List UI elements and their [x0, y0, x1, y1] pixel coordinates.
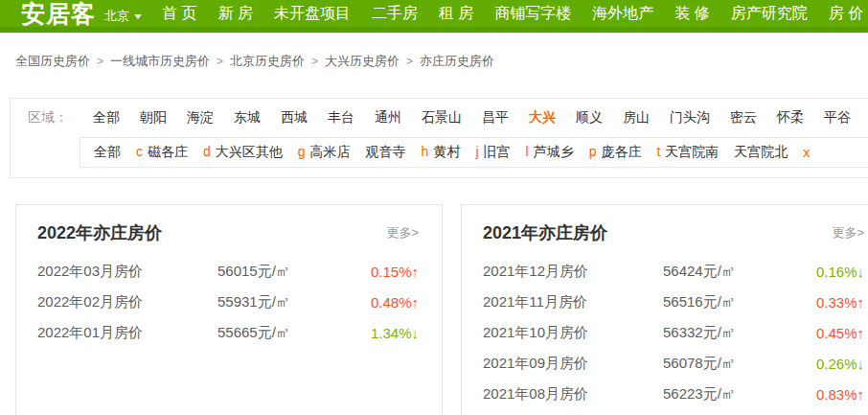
district-filter-item[interactable]: t天宫院南	[656, 144, 719, 161]
district-prefix-letter: j	[475, 144, 478, 159]
price-value: 55931元/㎡	[217, 293, 359, 311]
price-value: 56015元/㎡	[217, 263, 359, 281]
price-change-down: 0.26%↓	[805, 356, 864, 372]
card-title: 2022年亦庄房价	[37, 221, 162, 244]
region-filter-item[interactable]: 东城	[234, 109, 261, 127]
nav-item[interactable]: 商铺写字楼	[494, 4, 571, 24]
district-filter-item[interactable]: g高米店	[298, 144, 351, 161]
price-card-2022: 2022年亦庄房价 更多> 2022年03月房价56015元/㎡0.15%↑20…	[15, 204, 443, 415]
breadcrumb-item[interactable]: 全国历史房价	[15, 54, 90, 68]
price-month-label: 2021年11月房价	[483, 293, 663, 311]
nav-item[interactable]: 房 价	[829, 4, 863, 24]
breadcrumb: 全国历史房价>一线城市历史房价>北京历史房价>大兴历史房价>亦庄历史房价	[15, 53, 868, 70]
logo[interactable]: 安居客	[21, 0, 96, 30]
price-row: 2021年08月房价56223元/㎡0.83%↑	[483, 379, 864, 409]
breadcrumb-item[interactable]: 北京历史房价	[230, 54, 305, 68]
district-filter-item[interactable]: d大兴区其他	[203, 144, 283, 161]
city-label: 北京	[104, 8, 129, 25]
nav-item[interactable]: 房产研究院	[731, 4, 808, 24]
more-link[interactable]: 更多>	[832, 224, 864, 242]
city-selector[interactable]: 北京	[104, 8, 142, 25]
price-change-up: 0.15%↑	[359, 264, 419, 280]
region-filter-item[interactable]: 昌平	[482, 109, 509, 127]
district-list: 全部c磁各庄d大兴区其他g高米店观音寺h黄村j旧宫l芦城乡p庞各庄t天宫院南天宫…	[80, 137, 868, 168]
price-change-up: 0.48%↑	[359, 294, 419, 311]
price-row-list: 2022年03月房价56015元/㎡0.15%↑2022年02月房价55931元…	[37, 256, 419, 348]
price-row-list: 2021年12月房价56424元/㎡0.16%↓2021年11月房价56516元…	[483, 256, 864, 409]
region-filter-item[interactable]: 全部	[93, 109, 120, 127]
nav-item[interactable]: 海外地产	[592, 4, 653, 24]
district-filter-item[interactable]: c磁各庄	[136, 144, 188, 161]
breadcrumb-item[interactable]: 亦庄历史房价	[420, 54, 494, 68]
breadcrumb-separator: >	[97, 55, 103, 68]
price-month-label: 2022年02月房价	[37, 293, 217, 311]
region-filter-item[interactable]: 丰台	[328, 109, 354, 127]
price-row: 2022年03月房价56015元/㎡0.15%↑	[37, 256, 419, 287]
district-prefix-letter: g	[298, 144, 306, 159]
card-header: 2022年亦庄房价 更多>	[37, 221, 419, 244]
breadcrumb-item[interactable]: 大兴历史房价	[325, 54, 400, 68]
district-prefix-letter: t	[656, 144, 660, 159]
price-month-label: 2021年12月房价	[483, 263, 663, 281]
nav-item[interactable]: 装 修	[674, 4, 709, 24]
district-prefix-letter: p	[589, 144, 597, 159]
nav-item[interactable]: 首 页	[162, 4, 196, 24]
district-label: 天宫院北	[734, 144, 788, 159]
breadcrumb-item[interactable]: 一线城市历史房价	[110, 54, 210, 68]
region-filter-item[interactable]: 怀柔	[777, 109, 804, 127]
nav-links: 首 页新 房未开盘项目二手房租 房商铺写字楼海外地产装 修房产研究院房 价	[162, 4, 863, 24]
region-filter-active[interactable]: 大兴	[529, 109, 556, 127]
region-filter-item[interactable]: 顺义	[576, 109, 603, 127]
region-filter-item[interactable]: 石景山	[422, 109, 462, 127]
card-header: 2021年亦庄房价 更多>	[483, 221, 864, 244]
price-value: 56332元/㎡	[663, 324, 805, 342]
price-month-label: 2022年01月房价	[37, 324, 217, 342]
district-filter-item[interactable]: j旧宫	[475, 144, 510, 161]
price-card-2021: 2021年亦庄房价 更多> 2021年12月房价56424元/㎡0.16%↓20…	[461, 204, 868, 415]
region-filter-item[interactable]: 房山	[623, 109, 650, 127]
district-filter-item[interactable]: 观音寺	[366, 144, 406, 161]
more-link[interactable]: 更多>	[386, 224, 419, 242]
nav-item[interactable]: 新 房	[217, 4, 252, 24]
price-row: 2022年01月房价55665元/㎡1.34%↓	[37, 317, 419, 348]
district-label: 天宫院南	[665, 144, 719, 159]
district-label: 黄村	[433, 144, 460, 159]
price-value: 56516元/㎡	[663, 293, 805, 311]
breadcrumb-separator: >	[406, 55, 413, 68]
region-filter-item[interactable]: 门头沟	[670, 109, 710, 127]
district-filter-item[interactable]: x	[803, 145, 814, 160]
region-filter-label: 区域：	[28, 109, 68, 127]
district-filter-item[interactable]: 全部	[94, 144, 121, 161]
district-filter-item[interactable]: 天宫院北	[734, 144, 788, 161]
breadcrumb-separator: >	[217, 55, 223, 68]
price-cards: 2022年亦庄房价 更多> 2022年03月房价56015元/㎡0.15%↑20…	[15, 204, 868, 415]
card-title: 2021年亦庄房价	[483, 221, 607, 244]
price-change-up: 0.83%↑	[805, 386, 864, 403]
region-filter-item[interactable]: 密云	[730, 109, 757, 127]
nav-item[interactable]: 未开盘项目	[274, 4, 351, 24]
price-value: 56078元/㎡	[663, 355, 805, 373]
price-month-label: 2021年09月房价	[483, 355, 663, 373]
price-value: 55665元/㎡	[217, 324, 359, 342]
district-prefix-letter: d	[203, 144, 211, 159]
region-filter-item[interactable]: 西城	[281, 109, 308, 127]
district-filter-item[interactable]: l芦城乡	[526, 144, 574, 161]
district-filter-item[interactable]: p庞各庄	[589, 144, 642, 161]
price-month-label: 2021年08月房价	[483, 385, 663, 403]
district-prefix-letter: h	[422, 144, 429, 159]
district-label: 全部	[94, 144, 121, 159]
nav-item[interactable]: 租 房	[439, 4, 473, 24]
nav-item[interactable]: 二手房	[372, 4, 418, 24]
region-filter-item[interactable]: 朝阳	[140, 109, 167, 127]
district-prefix-letter: c	[136, 144, 143, 159]
region-list: 全部朝阳海淀东城西城丰台通州石景山昌平大兴顺义房山门头沟密云怀柔平谷	[93, 109, 851, 127]
district-filter-item[interactable]: h黄村	[422, 144, 461, 161]
price-value: 56424元/㎡	[663, 263, 805, 281]
district-prefix-letter: x	[803, 145, 810, 160]
region-filter-item[interactable]: 平谷	[824, 109, 851, 127]
region-filter-item[interactable]: 海淀	[187, 109, 214, 127]
district-label: 芦城乡	[534, 144, 574, 159]
price-change-down: 0.16%↓	[805, 264, 864, 280]
price-change-up: 0.45%↑	[805, 325, 864, 341]
region-filter-item[interactable]: 通州	[375, 109, 401, 127]
